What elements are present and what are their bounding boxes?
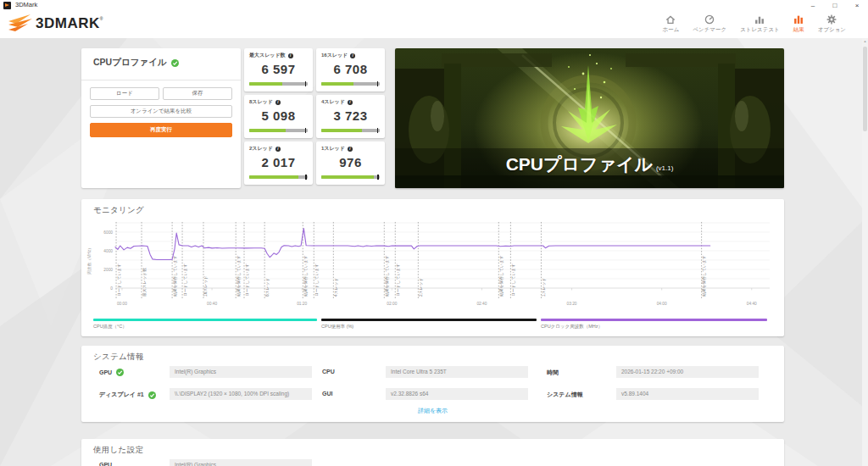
- gui-value: v2.32.8826 s64: [386, 388, 528, 400]
- score-value: 6 597: [249, 62, 308, 76]
- svg-text:最大スレッド数: 最大スレッド数: [142, 268, 147, 297]
- cpu-profile-panel: CPUプロファイル ロード 保存 オンラインで結果を比較 再度実行: [81, 48, 241, 188]
- display-check-icon: [148, 391, 156, 399]
- scrollbar-thumb[interactable]: [863, 47, 867, 131]
- info-icon[interactable]: i: [348, 100, 353, 105]
- gpu-check-icon: [116, 369, 124, 376]
- gpu-value: Intel(R) Graphics: [170, 366, 312, 378]
- results-chart-icon: [793, 14, 804, 25]
- display-value: \\.\DISPLAY2 (1920 × 1080, 100% DPI scal…: [170, 388, 312, 400]
- legend-swatch-temperature: [93, 319, 317, 321]
- scrollbar-up-arrow[interactable]: ▲: [862, 38, 868, 45]
- main-nav: ホーム ベンチマーク ストレステスト 結果: [656, 14, 853, 35]
- svg-text:周波数（MHz）: 周波数（MHz）: [87, 246, 92, 275]
- systeminfo-label: システム情報: [547, 391, 583, 399]
- brand-name: 3DMARK: [36, 15, 100, 32]
- hero-caption-band: CPUプロファイル (v1.1): [395, 148, 784, 180]
- svg-text:2000: 2000: [103, 268, 113, 272]
- svg-text:ロードしています: ロードしています: [245, 264, 249, 297]
- cpu-label: CPU: [322, 369, 335, 374]
- options-gear-icon: [826, 14, 837, 25]
- score-distribution-bar: [321, 129, 380, 132]
- nav-home[interactable]: ホーム: [656, 14, 687, 35]
- cpu-profile-title: CPUプロファイル: [93, 57, 179, 69]
- svg-text:0: 0: [110, 286, 113, 291]
- svg-text:03:20: 03:20: [567, 302, 577, 306]
- svg-text:ロードしています: ロードしています: [396, 264, 400, 297]
- score-tile: 4スレッドi3 723: [316, 95, 385, 138]
- legend-cpu-temperature[interactable]: CPU温度（°C）: [93, 319, 317, 330]
- svg-text:2スレッド: 2スレッド: [419, 278, 423, 297]
- svg-text:4スレッド: 4スレッド: [334, 278, 338, 297]
- svg-text:6000: 6000: [103, 230, 113, 235]
- legend-cpu-usage[interactable]: CPU使用率 (%): [321, 319, 537, 330]
- svg-text:結果を保存しています: 結果を保存しています: [236, 255, 242, 297]
- maximize-button[interactable]: □: [824, 0, 846, 11]
- systeminfo-value: v5.89.1404: [616, 388, 759, 400]
- rerun-button[interactable]: 再度実行: [90, 123, 232, 137]
- compare-online-button[interactable]: オンラインで結果を比較: [90, 105, 232, 118]
- svg-text:1スレッド: 1スレッド: [542, 278, 546, 297]
- frequency-chart: 0200040006000周波数（MHz）00:0000:4001:2002:0…: [81, 216, 784, 309]
- legend-cpu-clock[interactable]: CPUクロック周波数（MHz）: [541, 319, 767, 330]
- score-tile: 2スレッドi2 017: [244, 141, 313, 185]
- hero-version: (v1.1): [656, 164, 673, 172]
- show-details-link[interactable]: 詳細を表示: [418, 407, 448, 415]
- info-icon[interactable]: i: [275, 100, 281, 105]
- registered-mark: ®: [100, 16, 103, 21]
- score-value: 5 098: [249, 108, 308, 123]
- svg-text:4000: 4000: [103, 249, 113, 253]
- info-icon[interactable]: i: [275, 147, 281, 152]
- svg-text:04:40: 04:40: [747, 302, 757, 306]
- load-button[interactable]: ロード: [90, 87, 159, 100]
- minimize-button[interactable]: –: [802, 0, 824, 11]
- score-distribution-bar: [249, 129, 308, 132]
- svg-text:02:40: 02:40: [476, 302, 487, 306]
- cpu-value: Intel Core Ultra 5 235T: [386, 366, 528, 378]
- settings-gpu-value: Intel(R) Graphics: [170, 459, 312, 466]
- time-value: 2026-01-15 22:20 +09:00: [616, 366, 759, 378]
- nav-stress-test[interactable]: ストレステスト: [733, 14, 787, 35]
- score-distribution-bar: [249, 82, 308, 86]
- system-info-title: システム情報: [93, 352, 144, 363]
- app-header: 3DMARK ® ホーム ベンチマーク ストレステスト: [0, 11, 868, 38]
- svg-text:01:20: 01:20: [297, 302, 307, 306]
- nav-benchmark[interactable]: ベンチマーク: [686, 14, 733, 35]
- cpu-profile-hero-banner: CPUプロファイル (v1.1): [395, 48, 784, 188]
- svg-text:8スレッド: 8スレッド: [265, 278, 270, 297]
- stress-test-bars-icon: [754, 14, 765, 25]
- settings-gpu-label: GPU: [99, 462, 112, 466]
- score-label: 最大スレッド数: [249, 52, 286, 59]
- score-value: 3 723: [321, 108, 380, 123]
- score-tile: 16スレッドi6 708: [316, 48, 385, 92]
- score-value: 976: [321, 155, 380, 169]
- benchmark-gauge-icon: [704, 14, 715, 25]
- score-label: 1スレッド: [321, 145, 345, 153]
- svg-text:04:00: 04:00: [657, 302, 667, 306]
- score-distribution-bar: [249, 175, 308, 179]
- system-info-card: システム情報 GPU Intel(R) Graphics ディスプレイ #1 \…: [81, 346, 784, 422]
- gpu-label: GPU: [99, 369, 124, 376]
- nav-results[interactable]: 結果: [787, 14, 811, 35]
- brand-logo[interactable]: 3DMARK ®: [8, 14, 103, 34]
- svg-text:00:00: 00:00: [117, 302, 127, 306]
- home-icon: [665, 14, 676, 25]
- info-icon[interactable]: i: [350, 53, 355, 58]
- score-tile: 8スレッドi5 098: [244, 95, 313, 138]
- svg-text:ロードしています: ロードしています: [183, 264, 187, 297]
- nav-options[interactable]: オプション: [811, 14, 853, 35]
- svg-text:00:40: 00:40: [207, 302, 217, 306]
- close-button[interactable]: ×: [846, 0, 868, 11]
- info-icon[interactable]: i: [348, 147, 353, 152]
- svg-text:ロードしています: ロードしています: [117, 264, 121, 297]
- monitoring-title: モニタリング: [93, 205, 144, 216]
- score-distribution-bar: [321, 82, 380, 86]
- score-distribution-bar: [321, 175, 380, 179]
- info-icon[interactable]: i: [288, 53, 293, 58]
- gui-label: GUI: [322, 391, 332, 397]
- monitoring-card: モニタリング 0200040006000周波数（MHz）00:0000:4001…: [81, 199, 784, 336]
- svg-text:ロードしています: ロードしています: [511, 264, 515, 297]
- hero-title: CPUプロファイル: [506, 153, 653, 176]
- legend-swatch-clock: [541, 319, 767, 321]
- save-button[interactable]: 保存: [163, 87, 232, 100]
